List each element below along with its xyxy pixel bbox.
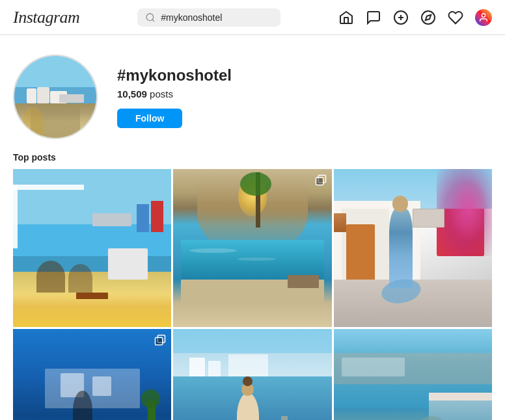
post-image-3 [334, 169, 492, 327]
svg-line-1 [152, 20, 154, 21]
post-image-5 [173, 329, 331, 420]
top-posts-section: Top posts [0, 152, 505, 420]
post-image-2 [173, 169, 331, 327]
top-posts-label: Top posts [13, 152, 492, 163]
profile-avatar [13, 55, 98, 139]
explore-icon[interactable] [420, 10, 436, 25]
post-item-4[interactable] [13, 329, 171, 420]
messenger-icon[interactable] [366, 10, 381, 25]
profile-info: #mykonoshotel 10,509 posts Follow [117, 66, 492, 128]
create-icon[interactable] [393, 10, 409, 25]
post-item-3[interactable] [334, 169, 492, 327]
profile-avatar-nav[interactable] [475, 9, 492, 26]
profile-section: #mykonoshotel 10,509 posts Follow [0, 35, 505, 152]
search-input[interactable] [161, 12, 273, 23]
svg-rect-9 [316, 177, 323, 185]
post-image-4 [13, 329, 171, 420]
svg-point-7 [482, 14, 485, 17]
post-count: 10,509 posts [117, 88, 492, 99]
post-image-6 [334, 329, 492, 420]
profile-hashtag: #mykonoshotel [117, 66, 492, 85]
multi-content-icon-4 [154, 334, 166, 348]
home-icon[interactable] [338, 10, 354, 25]
header: Instagram [0, 0, 505, 35]
svg-marker-6 [426, 14, 431, 20]
post-item-5[interactable] [173, 329, 331, 420]
instagram-logo[interactable]: Instagram [13, 8, 79, 27]
nav-icons [338, 9, 492, 26]
search-icon [145, 12, 156, 23]
follow-button[interactable]: Follow [117, 109, 182, 128]
svg-point-5 [422, 11, 435, 24]
svg-point-0 [146, 14, 154, 21]
post-image-1 [13, 169, 171, 327]
search-bar[interactable] [137, 8, 280, 27]
multi-content-icon-2 [315, 174, 327, 189]
post-item-6[interactable] [334, 329, 492, 420]
posts-grid [13, 169, 492, 420]
post-item-1[interactable] [13, 169, 171, 327]
post-item-2[interactable] [173, 169, 331, 327]
heart-icon[interactable] [448, 10, 463, 25]
svg-rect-11 [156, 338, 163, 345]
